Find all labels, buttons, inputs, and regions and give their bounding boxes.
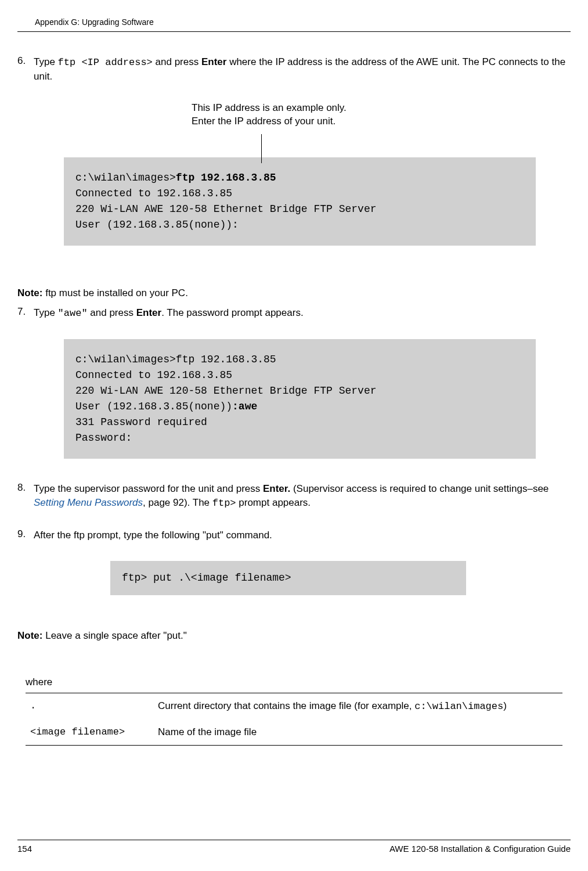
step-8: 8. Type the supervisor password for the …: [17, 482, 571, 510]
code-line: c:\wilan\images>ftp 192.168.3.85: [75, 354, 276, 365]
step-number: 7.: [17, 306, 34, 321]
callout-line-2: Enter the IP address of your unit.: [192, 116, 336, 127]
code-prefix: c:\wilan\images>: [75, 172, 176, 183]
step-9: 9. After the ftp prompt, type the follow…: [17, 528, 571, 542]
callout-text: This IP address is an example only. Ente…: [192, 101, 571, 129]
code-block-2: c:\wilan\images>ftp 192.168.3.85 Connect…: [64, 339, 536, 459]
step-6: 6. Type ftp <IP address> and press Enter…: [17, 55, 571, 84]
parameter-table: . Current directory that contains the im…: [26, 693, 562, 746]
note-2: Note: Leave a single space after "put.": [17, 629, 571, 643]
text: Type the supervisor password for the uni…: [34, 483, 263, 494]
bold-text: Enter: [136, 307, 161, 318]
code-prefix: ftp>: [122, 572, 153, 584]
callout-pointer-icon: [261, 134, 262, 163]
step-number: 8.: [17, 482, 34, 510]
note-label: Note:: [17, 630, 42, 641]
text: prompt appears.: [236, 497, 311, 508]
step-text: Type the supervisor password for the uni…: [34, 482, 571, 510]
cross-ref-link[interactable]: Setting Menu Passwords: [34, 497, 143, 508]
code-command: put: [153, 572, 172, 584]
step-number: 6.: [17, 55, 34, 84]
note-text: Leave a single space after "put.": [42, 630, 186, 641]
page-content: 6. Type ftp <IP address> and press Enter…: [0, 55, 588, 746]
bold-text: Enter: [201, 56, 226, 67]
text: ): [503, 700, 507, 711]
text: Type: [34, 56, 58, 67]
text: (Supervisor access is required to change…: [290, 483, 549, 494]
code-inline: ftp>: [212, 498, 236, 509]
text: , page 92). The: [143, 497, 212, 508]
code-line: 331 Password required: [75, 416, 207, 428]
text: Current directory that contains the imag…: [158, 700, 414, 711]
code-block-3: ftp> put .\<image filename>: [110, 561, 466, 595]
code-suffix: .\<image filename>: [172, 572, 291, 584]
header-title: Appendix G: Upgrading Software: [35, 17, 154, 27]
param-desc: Name of the image file: [153, 719, 562, 745]
note-1: Note: ftp must be installed on your PC.: [17, 286, 571, 300]
code-inline: ftp <IP address>: [58, 57, 153, 68]
callout-line-1: This IP address is an example only.: [192, 102, 347, 113]
page-header: Appendix G: Upgrading Software: [17, 17, 571, 32]
code-line: Password:: [75, 432, 132, 444]
code-block-1: c:\wilan\images>ftp 192.168.3.85 Connect…: [64, 157, 536, 246]
doc-title: AWE 120-58 Installation & Configuration …: [389, 844, 571, 854]
page-footer: 154 AWE 120-58 Installation & Configurat…: [17, 840, 571, 854]
param-name: .: [26, 693, 153, 719]
bold-text: Enter.: [263, 483, 290, 494]
code-line: User (192.168.3.85(none)): [75, 401, 232, 412]
step-text: Type "awe" and press Enter. The password…: [34, 306, 571, 321]
step-7: 7. Type "awe" and press Enter. The passw…: [17, 306, 571, 321]
callout-pointer-wrap: [17, 134, 571, 157]
code-line: Connected to 192.168.3.85: [75, 369, 232, 381]
text: . The password prompt appears.: [161, 307, 303, 318]
code-line: 220 Wi-LAN AWE 120-58 Ethernet Bridge FT…: [75, 203, 376, 215]
text: and press: [88, 307, 136, 318]
param-desc: Current directory that contains the imag…: [153, 693, 562, 719]
page-number: 154: [17, 844, 32, 854]
text: Type: [34, 307, 58, 318]
code-command: ftp 192.168.3.85: [176, 172, 276, 183]
where-label: where: [26, 676, 571, 688]
code-inline: "awe": [58, 308, 88, 319]
code-line: Connected to 192.168.3.85: [75, 188, 232, 199]
text: and press: [153, 56, 201, 67]
step-text: After the ftp prompt, type the following…: [34, 528, 571, 542]
code-line: User (192.168.3.85(none)):: [75, 219, 239, 231]
table-row: . Current directory that contains the im…: [26, 693, 562, 719]
note-text: ftp must be installed on your PC.: [42, 287, 187, 298]
table-row: <image filename> Name of the image file: [26, 719, 562, 745]
param-name: <image filename>: [26, 719, 153, 745]
note-label: Note:: [17, 287, 42, 298]
step-number: 9.: [17, 528, 34, 542]
code-bold: :awe: [232, 401, 257, 412]
code-line: 220 Wi-LAN AWE 120-58 Ethernet Bridge FT…: [75, 385, 376, 397]
step-text: Type ftp <IP address> and press Enter wh…: [34, 55, 571, 84]
code-inline: c:\wilan\images: [414, 701, 503, 712]
